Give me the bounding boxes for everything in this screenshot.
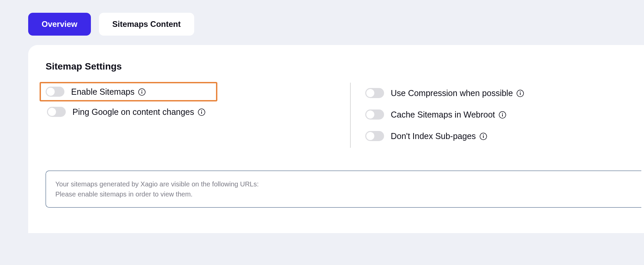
notice-line: Your sitemaps generated by Xagio are vis…: [55, 179, 632, 189]
toggle-compression[interactable]: [365, 88, 384, 98]
settings-column-left: Enable Sitemaps Ping Google on content c…: [46, 83, 350, 148]
toggle-text: Use Compression when possible: [391, 88, 513, 98]
toggle-knob: [366, 89, 374, 97]
toggle-noindex-subpages[interactable]: [365, 131, 384, 141]
sitemaps-notice: Your sitemaps generated by Xagio are vis…: [46, 171, 641, 208]
info-icon[interactable]: [138, 88, 146, 96]
toggle-enable-sitemaps[interactable]: [46, 87, 64, 97]
svg-rect-11: [502, 114, 503, 117]
notice-line: Please enable sitemaps in order to view …: [55, 189, 632, 199]
svg-rect-14: [483, 136, 484, 138]
info-icon[interactable]: [198, 108, 205, 116]
svg-point-1: [142, 90, 142, 91]
toggle-text: Cache Sitemaps in Webroot: [391, 110, 495, 119]
settings-columns: Enable Sitemaps Ping Google on content c…: [46, 83, 644, 148]
toggle-row-ping-google: Ping Google on content changes: [46, 102, 350, 122]
tab-overview[interactable]: Overview: [28, 13, 91, 36]
toggle-row-cache-webroot: Cache Sitemaps in Webroot: [364, 105, 525, 124]
svg-point-7: [520, 91, 521, 92]
info-icon[interactable]: [499, 111, 506, 119]
settings-column-right: Use Compression when possible Cache Site…: [350, 83, 525, 148]
toggle-knob: [47, 88, 55, 96]
svg-rect-5: [201, 112, 202, 114]
toggle-row-enable-sitemaps: Enable Sitemaps: [40, 82, 217, 101]
toggle-knob: [366, 132, 374, 140]
svg-rect-8: [520, 93, 521, 95]
svg-rect-2: [142, 91, 142, 94]
section-title: Sitemap Settings: [46, 61, 644, 72]
toggle-cache-webroot[interactable]: [365, 109, 384, 120]
toggle-ping-google[interactable]: [47, 107, 66, 117]
toggle-knob: [366, 111, 374, 119]
toggle-label-ping-google: Ping Google on content changes: [72, 107, 205, 117]
toggle-label-noindex-subpages: Don't Index Sub-pages: [391, 131, 487, 141]
svg-point-4: [201, 110, 202, 111]
toggle-label-cache-webroot: Cache Sitemaps in Webroot: [391, 110, 506, 120]
toggle-text: Enable Sitemaps: [71, 87, 135, 96]
toggle-label-compression: Use Compression when possible: [391, 88, 524, 98]
page-root: Overview Sitemaps Content Sitemap Settin…: [0, 0, 644, 233]
tab-bar: Overview Sitemaps Content: [28, 13, 644, 36]
svg-point-13: [483, 134, 483, 135]
svg-point-10: [502, 113, 503, 114]
info-icon[interactable]: [480, 133, 487, 140]
toggle-row-noindex-subpages: Don't Index Sub-pages: [364, 126, 525, 146]
toggle-label-enable-sitemaps: Enable Sitemaps: [71, 87, 146, 97]
settings-card: Sitemap Settings Enable Sitemaps: [28, 45, 644, 233]
toggle-text: Ping Google on content changes: [72, 107, 194, 117]
tab-sitemaps-content[interactable]: Sitemaps Content: [99, 13, 194, 36]
toggle-text: Don't Index Sub-pages: [391, 131, 476, 141]
toggle-row-compression: Use Compression when possible: [364, 83, 525, 103]
info-icon[interactable]: [517, 90, 524, 97]
toggle-knob: [48, 108, 56, 116]
